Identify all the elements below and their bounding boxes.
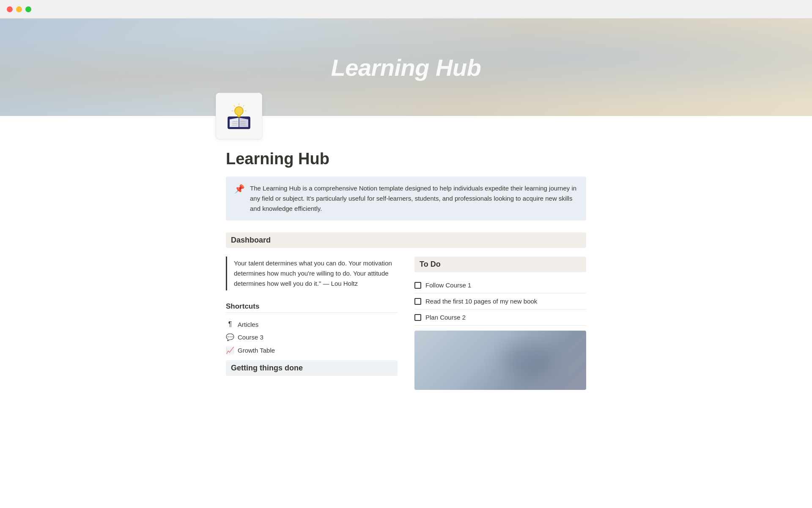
- shortcut-articles[interactable]: ¶ Articles: [226, 318, 398, 331]
- quote-block: Your talent determines what you can do. …: [226, 257, 398, 290]
- todo-label-3: Plan Course 2: [425, 314, 466, 321]
- todo-header: To Do: [414, 257, 586, 272]
- hero-title: Learning Hub: [331, 54, 481, 81]
- todo-checkbox-1[interactable]: [414, 282, 421, 289]
- page-title: Learning Hub: [226, 150, 586, 168]
- shortcuts-section: Shortcuts ¶ Articles 💬 Course 3 📈 Growth…: [226, 302, 398, 357]
- shortcut-course3[interactable]: 💬 Course 3: [226, 331, 398, 344]
- right-column: To Do Follow Course 1 Read the first 10 …: [414, 257, 586, 390]
- left-column: Your talent determines what you can do. …: [226, 257, 398, 390]
- todo-label-2: Read the first 10 pages of my new book: [425, 298, 537, 305]
- dashboard-section-header: Dashboard: [226, 232, 586, 248]
- todo-checkbox-3[interactable]: [414, 314, 421, 321]
- quote-text: Your talent determines what you can do. …: [234, 258, 398, 289]
- page-icon: [216, 93, 262, 139]
- minimize-button[interactable]: [16, 6, 22, 12]
- todo-item-2: Read the first 10 pages of my new book: [414, 293, 586, 309]
- shortcut-course3-label: Course 3: [238, 334, 263, 341]
- getting-things-done-header: Getting things done: [226, 360, 398, 376]
- callout-icon: 📌: [234, 184, 245, 194]
- two-col-layout: Your talent determines what you can do. …: [226, 257, 586, 390]
- titlebar: [0, 0, 812, 19]
- shortcuts-title: Shortcuts: [226, 302, 398, 313]
- shortcut-growth-table-label: Growth Table: [238, 347, 275, 354]
- hero-banner: Learning Hub: [0, 19, 812, 116]
- maximize-button[interactable]: [25, 6, 31, 12]
- todo-item-3: Plan Course 2: [414, 309, 586, 326]
- main-content: Learning Hub 📌 The Learning Hub is a com…: [216, 116, 596, 390]
- image-block: [414, 331, 586, 390]
- page-title-section: Learning Hub: [226, 116, 586, 177]
- svg-point-8: [235, 107, 243, 115]
- todo-item-1: Follow Course 1: [414, 277, 586, 293]
- callout-block: 📌 The Learning Hub is a comprehensive No…: [226, 177, 586, 221]
- close-button[interactable]: [7, 6, 13, 12]
- growth-table-icon: 📈: [226, 346, 234, 354]
- articles-icon: ¶: [226, 320, 234, 328]
- svg-line-12: [234, 105, 235, 106]
- shortcut-growth-table[interactable]: 📈 Growth Table: [226, 344, 398, 357]
- course3-icon: 💬: [226, 333, 234, 341]
- svg-line-13: [243, 105, 244, 106]
- shortcut-articles-label: Articles: [238, 321, 258, 328]
- callout-text: The Learning Hub is a comprehensive Noti…: [250, 183, 578, 214]
- todo-checkbox-2[interactable]: [414, 298, 421, 305]
- todo-label-1: Follow Course 1: [425, 282, 471, 289]
